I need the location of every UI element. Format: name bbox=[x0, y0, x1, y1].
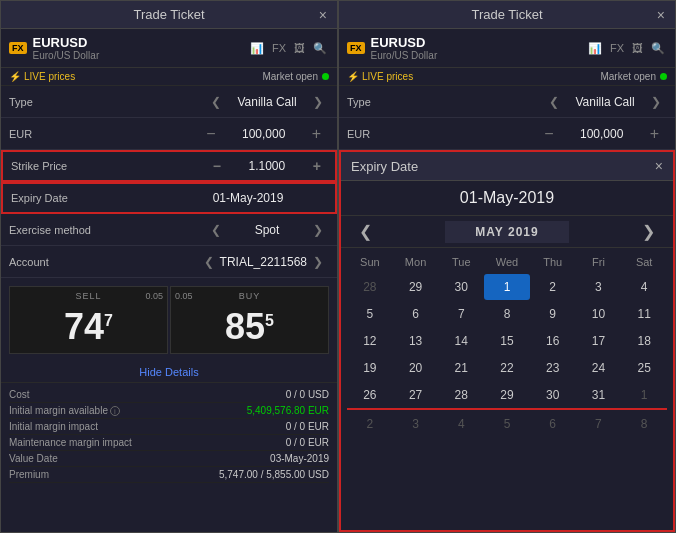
right-fx-icon[interactable]: FX bbox=[608, 40, 626, 56]
calendar-day[interactable]: 3 bbox=[576, 274, 622, 300]
day-header-cell: Thu bbox=[530, 252, 576, 272]
calendar-day[interactable]: 3 bbox=[393, 411, 439, 437]
exercise-method-label: Exercise method bbox=[9, 224, 205, 236]
calendar-day[interactable]: 2 bbox=[347, 411, 393, 437]
calendar-day[interactable]: 24 bbox=[576, 355, 622, 381]
right-market-open-status: Market open bbox=[600, 71, 667, 82]
right-eur-plus-btn[interactable]: + bbox=[642, 125, 667, 143]
search-icon[interactable]: 🔍 bbox=[311, 40, 329, 57]
prev-month-btn[interactable]: ❮ bbox=[351, 220, 380, 243]
right-close-button[interactable]: × bbox=[657, 7, 665, 23]
left-close-button[interactable]: × bbox=[319, 7, 327, 23]
strike-price-plus-btn[interactable]: + bbox=[307, 158, 327, 174]
calendar-day[interactable]: 11 bbox=[621, 301, 667, 327]
calendar-day[interactable]: 31 bbox=[576, 382, 622, 408]
right-instrument-sub: Euro/US Dollar bbox=[371, 50, 580, 61]
calendar-day[interactable]: 21 bbox=[438, 355, 484, 381]
right-image-icon[interactable]: 🖼 bbox=[630, 40, 645, 56]
type-field-row: Type ❮ Vanilla Call ❯ bbox=[1, 86, 337, 118]
detail-row: Value Date03-May-2019 bbox=[9, 451, 329, 467]
calendar-day[interactable]: 8 bbox=[484, 301, 530, 327]
calendar-day[interactable]: 4 bbox=[621, 274, 667, 300]
right-chart-icon[interactable]: 📊 bbox=[586, 40, 604, 57]
account-next-btn[interactable]: ❯ bbox=[307, 255, 329, 269]
exercise-next-btn[interactable]: ❯ bbox=[307, 223, 329, 237]
calendar-day[interactable]: 15 bbox=[484, 328, 530, 354]
strike-price-minus-btn[interactable]: − bbox=[207, 158, 227, 174]
detail-value: 5,747.00 / 5,855.00 USD bbox=[219, 469, 329, 480]
calendar-day[interactable]: 29 bbox=[393, 274, 439, 300]
calendar-day[interactable]: 20 bbox=[393, 355, 439, 381]
eur-plus-btn[interactable]: + bbox=[304, 125, 329, 143]
calendar-day[interactable]: 7 bbox=[576, 411, 622, 437]
calendar-day[interactable]: 1 bbox=[621, 382, 667, 408]
calendar-day[interactable]: 6 bbox=[530, 411, 576, 437]
calendar-day[interactable]: 1 bbox=[484, 274, 530, 300]
calendar-day[interactable]: 7 bbox=[438, 301, 484, 327]
calendar-day[interactable]: 5 bbox=[347, 301, 393, 327]
exercise-prev-btn[interactable]: ❮ bbox=[205, 223, 227, 237]
day-headers: SunMonTueWedThuFriSat bbox=[347, 252, 667, 272]
fx-icon[interactable]: FX bbox=[270, 40, 288, 56]
calendar-day[interactable]: 22 bbox=[484, 355, 530, 381]
calendar-day[interactable]: 19 bbox=[347, 355, 393, 381]
chart-icon[interactable]: 📊 bbox=[248, 40, 266, 57]
market-open-indicator bbox=[322, 73, 329, 80]
image-icon[interactable]: 🖼 bbox=[292, 40, 307, 56]
type-prev-btn[interactable]: ❮ bbox=[205, 95, 227, 109]
calendar-day[interactable]: 5 bbox=[484, 411, 530, 437]
calendar-day[interactable]: 9 bbox=[530, 301, 576, 327]
sell-price-main: 747 bbox=[18, 309, 159, 345]
expiry-date-value[interactable]: 01-May-2019 bbox=[169, 191, 327, 205]
calendar-day[interactable]: 10 bbox=[576, 301, 622, 327]
next-month-btn[interactable]: ❯ bbox=[634, 220, 663, 243]
right-eur-minus-btn[interactable]: − bbox=[536, 125, 561, 143]
calendar-grid: SunMonTueWedThuFriSat 282930123456789101… bbox=[341, 248, 673, 530]
right-market-open-indicator bbox=[660, 73, 667, 80]
calendar-day[interactable]: 28 bbox=[347, 274, 393, 300]
calendar-day[interactable]: 16 bbox=[530, 328, 576, 354]
right-eur-label: EUR bbox=[347, 128, 536, 140]
calendar-day[interactable]: 17 bbox=[576, 328, 622, 354]
calendar-day[interactable]: 29 bbox=[484, 382, 530, 408]
right-search-icon[interactable]: 🔍 bbox=[649, 40, 667, 57]
calendar-close-btn[interactable]: × bbox=[655, 158, 663, 174]
buy-spread: 0.05 bbox=[175, 291, 193, 301]
calendar-day[interactable]: 6 bbox=[393, 301, 439, 327]
account-prev-btn[interactable]: ❮ bbox=[198, 255, 220, 269]
calendar-overlay: Expiry Date × 01-May-2019 ❮ MAY 2019 ❯ S… bbox=[339, 150, 675, 532]
calendar-month-nav: ❮ MAY 2019 ❯ bbox=[341, 216, 673, 248]
detail-label: Maintenance margin impact bbox=[9, 437, 132, 448]
calendar-day[interactable]: 8 bbox=[621, 411, 667, 437]
calendar-day[interactable]: 30 bbox=[530, 382, 576, 408]
right-type-next-btn[interactable]: ❯ bbox=[645, 95, 667, 109]
calendar-day[interactable]: 27 bbox=[393, 382, 439, 408]
calendar-day[interactable]: 23 bbox=[530, 355, 576, 381]
calendar-day[interactable]: 12 bbox=[347, 328, 393, 354]
calendar-day[interactable]: 28 bbox=[438, 382, 484, 408]
left-panel-header: Trade Ticket × bbox=[1, 1, 337, 29]
calendar-day[interactable]: 25 bbox=[621, 355, 667, 381]
sell-price-box[interactable]: SELL 0.05 747 bbox=[9, 286, 168, 354]
buy-price-box[interactable]: BUY 0.05 855 bbox=[170, 286, 329, 354]
right-instrument-icons: 📊 FX 🖼 🔍 bbox=[586, 40, 667, 57]
right-live-prices-row: ⚡ LIVE prices Market open bbox=[339, 68, 675, 86]
type-next-btn[interactable]: ❯ bbox=[307, 95, 329, 109]
calendar-week: 2627282930311 bbox=[347, 382, 667, 410]
calendar-day[interactable]: 26 bbox=[347, 382, 393, 408]
calendar-day[interactable]: 30 bbox=[438, 274, 484, 300]
hide-details-btn[interactable]: Hide Details bbox=[1, 362, 337, 383]
right-type-prev-btn[interactable]: ❮ bbox=[543, 95, 565, 109]
calendar-day[interactable]: 13 bbox=[393, 328, 439, 354]
detail-value: 0 / 0 EUR bbox=[286, 421, 329, 432]
detail-value: 03-May-2019 bbox=[270, 453, 329, 464]
eur-minus-btn[interactable]: − bbox=[198, 125, 223, 143]
info-icon[interactable]: i bbox=[110, 406, 120, 416]
right-fx-badge: FX bbox=[347, 42, 365, 54]
left-instrument-row: FX EURUSD Euro/US Dollar 📊 FX 🖼 🔍 bbox=[1, 29, 337, 68]
calendar-day[interactable]: 18 bbox=[621, 328, 667, 354]
calendar-day[interactable]: 14 bbox=[438, 328, 484, 354]
calendar-day[interactable]: 4 bbox=[438, 411, 484, 437]
calendar-day[interactable]: 2 bbox=[530, 274, 576, 300]
detail-label: Initial margin impact bbox=[9, 421, 98, 432]
